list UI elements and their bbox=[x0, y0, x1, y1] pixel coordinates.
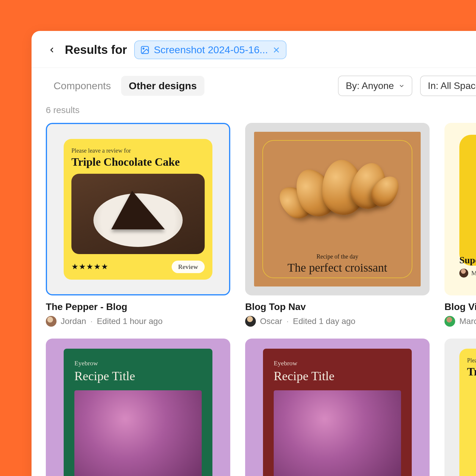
avatar bbox=[444, 316, 455, 327]
result-title: The Pepper - Blog bbox=[46, 301, 230, 312]
close-icon[interactable] bbox=[272, 46, 281, 54]
filter-by[interactable]: By: Anyone bbox=[338, 76, 412, 96]
thumb-content bbox=[459, 135, 476, 266]
meta-separator: · bbox=[90, 317, 93, 326]
image-icon bbox=[140, 45, 150, 55]
chevron-down-icon bbox=[399, 83, 405, 89]
result-edited: Edited 1 hour ago bbox=[97, 317, 162, 326]
thumb-title: The perfect croissant bbox=[245, 261, 430, 275]
recipe-image bbox=[74, 390, 202, 476]
thumb-content: Eyebrow Recipe Title bbox=[64, 349, 212, 476]
result-card[interactable]: Eyebrow Recipe Title bbox=[46, 339, 230, 476]
filter-in[interactable]: In: All Spaces bbox=[420, 76, 476, 96]
star-rating-icon: ★★★★★ bbox=[71, 262, 109, 271]
result-card[interactable]: Please leave a review for Triple Chocola… bbox=[46, 123, 230, 327]
header: Results for Screenshot 2024-05-16... bbox=[32, 31, 476, 68]
thumb-content: Eyebrow Recipe Title bbox=[263, 349, 412, 476]
search-chip-label: Screenshot 2024-05-16... bbox=[154, 44, 268, 56]
result-author: Jordan bbox=[61, 317, 86, 326]
result-thumbnail[interactable]: Eyebrow Recipe Title bbox=[46, 339, 230, 476]
result-thumbnail[interactable]: Please Tr bbox=[444, 339, 476, 476]
result-thumbnail[interactable]: Eyebrow Recipe Title bbox=[245, 339, 430, 476]
filter-in-label: In: All Spaces bbox=[428, 80, 476, 91]
results-count: 6 results bbox=[32, 96, 476, 119]
review-button: Review bbox=[172, 261, 205, 273]
thumb-eyebrow: Eyebrow bbox=[74, 359, 202, 367]
search-results-panel: Results for Screenshot 2024-05-16... Com… bbox=[32, 31, 476, 476]
result-author: Marco bbox=[459, 317, 476, 326]
meta-separator: · bbox=[286, 317, 289, 326]
thumb-title: Tr bbox=[467, 365, 476, 378]
tab-other-designs[interactable]: Other designs bbox=[121, 76, 205, 96]
thumb-title: Super bbox=[459, 255, 476, 266]
result-card[interactable]: Super M Blog Video Marco bbox=[444, 123, 476, 327]
tab-components[interactable]: Components bbox=[46, 76, 119, 96]
thumb-title: Recipe Title bbox=[74, 369, 202, 383]
avatar bbox=[459, 269, 468, 278]
thumb-content: Please leave a review for Triple Chocola… bbox=[64, 139, 212, 280]
cake-image bbox=[71, 174, 205, 254]
thumb-content: Please Tr bbox=[459, 349, 476, 476]
result-thumbnail[interactable]: Please leave a review for Triple Chocola… bbox=[46, 123, 230, 295]
thumb-eyebrow: Please leave a review for bbox=[71, 147, 205, 154]
result-card[interactable]: Recipe of the day The perfect croissant … bbox=[245, 123, 430, 327]
result-thumbnail[interactable]: Recipe of the day The perfect croissant bbox=[245, 123, 430, 295]
result-card[interactable]: Eyebrow Recipe Title bbox=[245, 339, 430, 476]
result-card[interactable]: Please Tr bbox=[444, 339, 476, 476]
thumb-eyebrow: Recipe of the day bbox=[245, 253, 430, 260]
result-meta: Marco bbox=[444, 316, 476, 327]
recipe-image bbox=[274, 390, 401, 476]
result-meta: Oscar · Edited 1 day ago bbox=[245, 316, 430, 327]
result-edited: Edited 1 day ago bbox=[293, 317, 355, 326]
controls-row: Components Other designs By: Anyone In: … bbox=[32, 68, 476, 96]
thumb-title: Triple Chocolate Cake bbox=[71, 155, 205, 168]
result-author: Oscar bbox=[260, 317, 282, 326]
thumb-title: Recipe Title bbox=[274, 369, 401, 383]
results-for-label: Results for bbox=[65, 43, 127, 57]
result-title: Blog Top Nav bbox=[245, 301, 430, 312]
result-title: Blog Video bbox=[444, 301, 476, 312]
avatar bbox=[245, 316, 256, 327]
svg-point-1 bbox=[143, 48, 144, 49]
thumb-eyebrow: Please bbox=[467, 357, 476, 364]
avatar bbox=[46, 316, 57, 327]
filter-by-label: By: Anyone bbox=[346, 80, 394, 91]
chevron-left-icon bbox=[48, 46, 56, 54]
thumb-eyebrow: Eyebrow bbox=[274, 359, 401, 367]
result-thumbnail[interactable]: Super M bbox=[444, 123, 476, 295]
back-button[interactable] bbox=[46, 44, 58, 56]
results-grid: Please leave a review for Triple Chocola… bbox=[32, 119, 476, 476]
result-meta: Jordan · Edited 1 hour ago bbox=[46, 316, 230, 327]
search-chip[interactable]: Screenshot 2024-05-16... bbox=[134, 40, 286, 59]
